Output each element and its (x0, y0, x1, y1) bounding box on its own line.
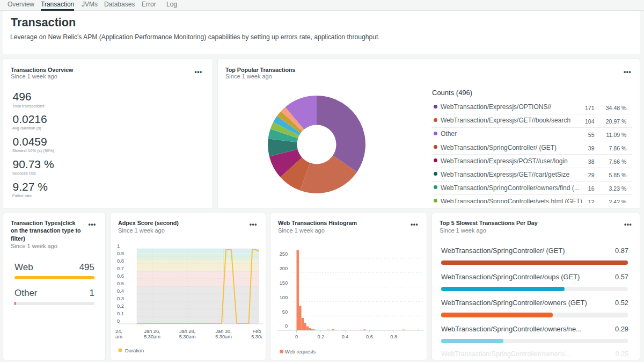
svg-text:100: 100 (280, 295, 288, 300)
svg-text:0.4: 0.4 (342, 334, 349, 339)
svg-text:0.7: 0.7 (117, 266, 124, 271)
svg-text:0: 0 (117, 318, 120, 324)
svg-text:Web requests: Web requests (285, 349, 316, 354)
svg-text:Duration: Duration (125, 348, 144, 353)
svg-text:250: 250 (280, 251, 288, 257)
svg-text:5:30am: 5:30am (215, 334, 232, 339)
svg-text:24,: 24, (115, 329, 122, 334)
svg-text:0.6: 0.6 (117, 273, 124, 279)
svg-text:5:30am: 5:30am (179, 334, 196, 339)
svg-text:5:30am: 5:30am (144, 334, 160, 339)
svg-text:5:30am: 5:30am (251, 334, 262, 339)
svg-text:Feb 1,: Feb 1, (252, 329, 262, 334)
svg-text:1: 1 (117, 243, 120, 249)
svg-text:Jan 30,: Jan 30, (215, 329, 231, 334)
svg-text:Jan 26,: Jan 26, (144, 329, 160, 334)
svg-text:200: 200 (280, 266, 288, 271)
svg-text:am: am (115, 334, 122, 339)
svg-text:0.8: 0.8 (390, 334, 397, 339)
svg-text:0.4: 0.4 (117, 288, 124, 294)
svg-text:0.8: 0.8 (117, 258, 124, 264)
svg-text:0.1: 0.1 (117, 311, 124, 316)
svg-text:0: 0 (285, 323, 288, 329)
svg-text:Jan 28,: Jan 28, (179, 329, 195, 334)
svg-text:0.9: 0.9 (117, 251, 124, 256)
svg-text:0.2: 0.2 (317, 334, 324, 339)
svg-text:0.6: 0.6 (366, 334, 373, 339)
svg-text:0.3: 0.3 (117, 296, 124, 301)
svg-text:0.5: 0.5 (117, 281, 124, 286)
svg-text:0.2: 0.2 (117, 303, 124, 309)
svg-text:0: 0 (295, 334, 298, 339)
svg-text:50: 50 (282, 309, 288, 315)
svg-text:150: 150 (280, 280, 288, 286)
